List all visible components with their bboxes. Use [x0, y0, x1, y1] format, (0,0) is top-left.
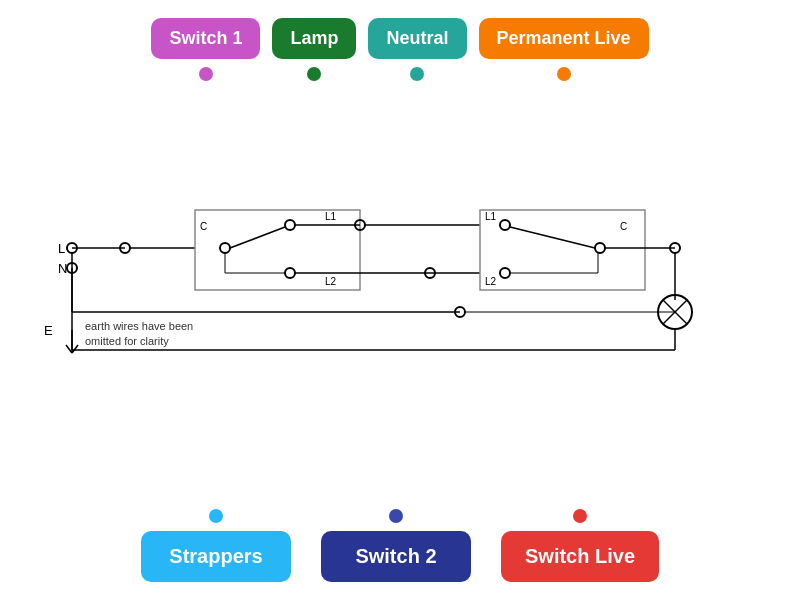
legend-perm-live: Permanent Live: [479, 18, 649, 59]
svg-text:L1: L1: [325, 211, 337, 222]
legend-switch2: Switch 2: [321, 531, 471, 582]
svg-line-7: [72, 345, 78, 353]
dot-strappers: [209, 509, 223, 523]
svg-text:C: C: [620, 221, 627, 232]
svg-point-35: [595, 243, 605, 253]
dot-switch-live: [573, 509, 587, 523]
legend-top: Switch 1 Lamp Neutral Permanent Live: [0, 0, 800, 59]
svg-text:L1: L1: [485, 211, 497, 222]
svg-line-21: [230, 227, 285, 248]
svg-text:L: L: [58, 241, 65, 256]
svg-text:C: C: [200, 221, 207, 232]
legend-strappers: Strappers: [141, 531, 291, 582]
legend-switch-live: Switch Live: [501, 531, 659, 582]
dot-neutral: [410, 67, 424, 81]
svg-text:L2: L2: [325, 276, 337, 287]
circuit-svg: L N E earth wires have been omitted for …: [30, 105, 770, 395]
dot-perm-live: [557, 67, 571, 81]
circuit-diagram: L N E earth wires have been omitted for …: [30, 105, 770, 399]
dot-lamp: [307, 67, 321, 81]
svg-text:L2: L2: [485, 276, 497, 287]
legend-lamp: Lamp: [272, 18, 356, 59]
svg-line-36: [510, 227, 595, 248]
svg-point-33: [500, 220, 510, 230]
svg-point-34: [500, 268, 510, 278]
svg-text:omitted for clarity: omitted for clarity: [85, 335, 169, 347]
svg-line-6: [66, 345, 72, 353]
svg-point-19: [285, 220, 295, 230]
svg-point-18: [220, 243, 230, 253]
dot-switch2: [389, 509, 403, 523]
dot-switch1: [199, 67, 213, 81]
svg-point-20: [285, 268, 295, 278]
svg-text:earth wires have been: earth wires have been: [85, 320, 193, 332]
legend-bottom: Strappers Switch 2 Switch Live: [0, 531, 800, 582]
legend-switch1: Switch 1: [151, 18, 260, 59]
legend-neutral: Neutral: [368, 18, 466, 59]
svg-text:N: N: [58, 261, 67, 276]
svg-text:E: E: [44, 323, 53, 338]
